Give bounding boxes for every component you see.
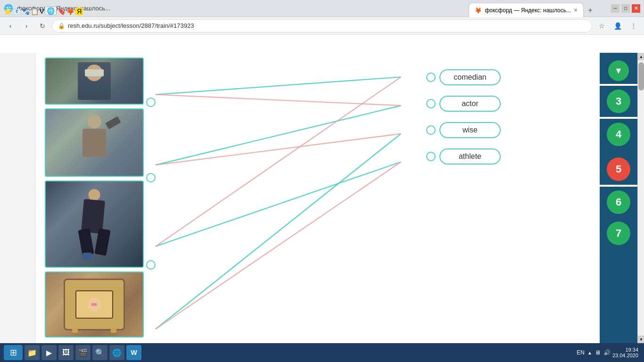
taskbar-clock: 19:34 23.04.2020 [612, 347, 638, 358]
address-bar[interactable]: 🔒 resh.edu.ru/subject/lesson/2887/train/… [52, 19, 592, 33]
app-icon-yandex: Я [75, 8, 83, 15]
tab-bar: ‹ › ↻ 🔒 resh.edu.ru/subject/lesson/2887/… [0, 17, 644, 34]
word-label-athlete: athlete [439, 148, 501, 165]
word-item-athlete[interactable]: athlete [426, 148, 501, 165]
score-bubble-3: 3 [607, 90, 630, 113]
left-sidebar [0, 53, 35, 343]
tab-favicon: 🦊 [475, 7, 482, 14]
image-child-tv[interactable] [45, 272, 144, 337]
taskbar: ⊞ 📁 ▶ 🖼 🎬 🔍 🌐 W EN ▲ 🖥 🔊 19:34 23.04.202… [0, 343, 644, 362]
app-icon-8: 🦊 [66, 8, 74, 15]
score-panel: ▼ 3 4 5 6 7 [600, 53, 637, 343]
minimize-button[interactable]: ─ [611, 4, 619, 13]
scrollbar-down[interactable]: ▼ [638, 336, 644, 343]
app-icon-7: 🔖 [58, 8, 66, 15]
left-circle-3[interactable] [146, 260, 156, 270]
svg-line-0 [156, 77, 401, 94]
image-director[interactable] [45, 108, 144, 177]
taskbar-date: 23.04.2020 [612, 353, 638, 358]
score-item-5[interactable]: 5 [600, 154, 637, 185]
score-item-7[interactable]: 7 [600, 218, 637, 249]
taskbar-lang: EN [577, 349, 585, 356]
maximize-button[interactable]: □ [621, 4, 630, 13]
main-layout: comedian actor wise athlete ▼ 3 [0, 53, 644, 343]
svg-line-2 [156, 162, 401, 246]
new-tab-button[interactable]: + [584, 4, 597, 17]
exercise-area: comedian actor wise athlete [35, 53, 600, 343]
taskbar-icon-media[interactable]: ▶ [41, 345, 57, 360]
scrollbar-up[interactable]: ▲ [638, 53, 644, 60]
app-icon-4: 📋 [31, 8, 39, 15]
taskbar-chevron-up: ▲ [587, 350, 592, 355]
left-circle-1[interactable] [146, 98, 156, 107]
word-item-comedian[interactable]: comedian [426, 69, 501, 85]
app-icon-6: 🌐 [45, 7, 57, 15]
svg-line-3 [156, 134, 401, 329]
word-label-actor: actor [439, 96, 501, 112]
window-controls: ─ □ ✕ [611, 4, 640, 13]
score-item-3[interactable]: 3 [600, 86, 637, 117]
back-button[interactable]: ‹ [4, 19, 17, 33]
svg-line-6 [156, 162, 401, 329]
scrollbar[interactable]: ▲ ▼ [637, 53, 644, 343]
start-button[interactable]: ⊞ [4, 345, 23, 360]
score-bubble-4: 4 [607, 123, 630, 146]
score-bubble-top: ▼ [608, 60, 629, 81]
word-circle-actor[interactable] [426, 99, 436, 108]
score-bubble-7: 7 [607, 222, 630, 245]
taskbar-speaker-icon: 🔊 [603, 349, 611, 356]
tab-label: фоксфорд — Яндекс: нашлось... [485, 7, 571, 14]
close-button[interactable]: ✕ [632, 4, 640, 13]
taskbar-icon-search[interactable]: 🔍 [92, 345, 107, 360]
menu-button[interactable]: ⋮ [627, 19, 640, 33]
taskbar-sys-icons: EN ▲ 🖥 🔊 [577, 349, 611, 356]
app-icon-1: ⭐ [4, 8, 12, 15]
reload-button[interactable]: ↻ [36, 19, 49, 33]
profile-button[interactable]: 👤 [611, 19, 624, 33]
score-item-4[interactable]: 4 [600, 119, 637, 150]
taskbar-icon-video[interactable]: 🎬 [75, 345, 91, 360]
image-athlete[interactable] [45, 181, 144, 268]
taskbar-icon-browser[interactable]: 🌐 [109, 345, 124, 360]
taskbar-icon-word[interactable]: W [126, 345, 141, 360]
forward-button[interactable]: › [20, 19, 33, 33]
score-bubble-6: 6 [607, 190, 630, 214]
active-tab[interactable]: 🦊 фоксфорд — Яндекс: нашлось... ✕ [469, 3, 584, 17]
svg-line-5 [156, 77, 401, 246]
word-circle-athlete[interactable] [426, 152, 436, 161]
word-circle-wise[interactable] [426, 125, 436, 135]
app-icon-3: 🐾 [22, 8, 30, 15]
score-item-top-partial: ▼ [600, 58, 637, 84]
left-circle-2[interactable] [146, 173, 156, 182]
images-column [45, 58, 144, 337]
app-icon-2: 📧 [13, 8, 21, 15]
browser-app-icons: ⭐ 📧 🐾 📋 V 🌐 🔖 🦊 Я [0, 0, 87, 17]
svg-line-1 [156, 106, 401, 165]
bookmark-button[interactable]: ☆ [595, 19, 608, 33]
word-circle-comedian[interactable] [426, 73, 436, 82]
image-old-man[interactable] [45, 58, 144, 105]
score-bubble-5: 5 [607, 157, 630, 181]
word-item-actor[interactable]: actor [426, 96, 501, 112]
word-label-wise: wise [439, 122, 501, 138]
taskbar-icon-photos[interactable]: 🖼 [58, 345, 74, 360]
browser-toolbar: ‹ › ↻ 🔒 resh.edu.ru/subject/lesson/2887/… [0, 17, 644, 35]
scrollbar-thumb[interactable] [638, 62, 644, 90]
tab-close-button[interactable]: ✕ [574, 8, 578, 13]
taskbar-icon-folder[interactable]: 📁 [25, 345, 40, 360]
lock-icon: 🔒 [58, 23, 65, 29]
words-column: comedian actor wise athlete [426, 69, 501, 165]
score-item-6[interactable]: 6 [600, 187, 637, 218]
svg-line-7 [156, 134, 401, 165]
app-icon-5: V [40, 8, 44, 15]
word-label-comedian: comedian [439, 69, 501, 85]
taskbar-time: 19:34 [625, 347, 638, 353]
url-text: resh.edu.ru/subject/lesson/2887/train/#1… [68, 22, 194, 29]
tabs-container: 🦊 фоксфорд — Яндекс: нашлось... ✕ + [469, 0, 597, 17]
svg-line-4 [156, 95, 401, 106]
word-item-wise[interactable]: wise [426, 122, 501, 138]
taskbar-network-icon: 🖥 [595, 349, 601, 356]
